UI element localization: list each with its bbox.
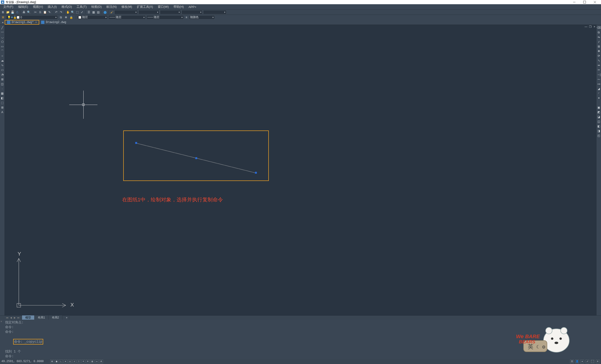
model-toggle[interactable]: ▭ bbox=[95, 360, 99, 363]
layout-tab-model[interactable]: 模型 bbox=[22, 315, 34, 320]
linetype-dropdown[interactable]: —— 随层 bbox=[108, 15, 146, 20]
erase-icon[interactable]: ⌫ bbox=[597, 26, 601, 30]
minimize-button[interactable] bbox=[569, 0, 579, 4]
match-icon[interactable]: ✎ bbox=[47, 10, 52, 14]
break-icon[interactable]: ⁓ bbox=[597, 78, 601, 81]
layout-last-icon[interactable]: ⏭ bbox=[17, 316, 20, 319]
layer-state-icon[interactable]: ⧉ bbox=[59, 15, 63, 20]
menu-dim[interactable]: 标注(N) bbox=[104, 4, 119, 10]
mdi-close-icon[interactable]: × bbox=[593, 25, 596, 28]
move-icon[interactable]: ✥ bbox=[597, 49, 601, 53]
close-button[interactable] bbox=[590, 0, 600, 4]
zoom-icon[interactable]: 🔍 bbox=[70, 10, 75, 14]
pan-icon[interactable]: ✋ bbox=[66, 10, 70, 14]
style3-dropdown[interactable] bbox=[160, 10, 181, 14]
copy-icon[interactable]: ⎘ bbox=[38, 10, 42, 14]
mdi-min-icon[interactable]: — bbox=[585, 25, 587, 28]
chamfer-icon[interactable]: ◢ bbox=[597, 87, 601, 91]
drawing-canvas[interactable]: — ❐ × 在图纸1中，绘制对象，选择并执行复制命令 X Y bbox=[5, 25, 596, 315]
layout-tab-1[interactable]: 布局1 bbox=[34, 315, 49, 320]
tab-prev-icon[interactable]: ◂ bbox=[0, 20, 5, 25]
menu-insert[interactable]: 插入(I) bbox=[45, 4, 59, 10]
brush-icon[interactable]: 🖌 bbox=[110, 10, 114, 14]
revcloud-icon[interactable]: ☁ bbox=[0, 59, 4, 62]
region-icon[interactable]: ⬚ bbox=[0, 101, 4, 105]
arc2-icon[interactable]: ⌒ bbox=[0, 49, 4, 53]
hatch-icon[interactable]: ▦ bbox=[0, 91, 4, 95]
scale-icon[interactable]: ⤡ bbox=[597, 59, 601, 62]
lineweight-dropdown[interactable]: —— 随层 bbox=[146, 15, 184, 20]
offset-icon[interactable]: ⫽ bbox=[597, 40, 601, 44]
save-icon[interactable]: 💾 bbox=[10, 10, 15, 14]
menu-help[interactable]: 帮助(H) bbox=[171, 4, 186, 10]
line-icon[interactable]: ╱ bbox=[0, 26, 4, 30]
join-icon[interactable]: ⊶ bbox=[597, 82, 601, 86]
calc-icon[interactable]: ⬤ bbox=[103, 10, 107, 14]
menu-view[interactable]: 视图(V) bbox=[30, 4, 45, 10]
extend-icon[interactable]: →| bbox=[597, 73, 601, 77]
layout-tab-add[interactable]: + bbox=[62, 316, 69, 320]
tab-close-icon[interactable]: × bbox=[35, 21, 37, 24]
extra4-icon[interactable]: ◫ bbox=[597, 120, 601, 123]
mirror-icon[interactable]: ⇋ bbox=[597, 35, 601, 39]
print-icon[interactable]: 🖶 bbox=[22, 10, 26, 14]
ellipse-icon[interactable]: ⬭ bbox=[0, 68, 4, 72]
extra3-icon[interactable]: ◪ bbox=[597, 115, 601, 119]
preview-icon[interactable]: 🔍 bbox=[27, 10, 31, 14]
arc-icon[interactable]: ◡ bbox=[0, 35, 4, 39]
style2-dropdown[interactable] bbox=[138, 10, 160, 14]
grip-start[interactable] bbox=[135, 142, 137, 144]
zoomext-icon[interactable]: ⤢ bbox=[80, 10, 84, 14]
extra7-icon[interactable]: ◰ bbox=[597, 134, 601, 138]
point-icon[interactable]: · bbox=[0, 87, 4, 91]
layer-dropdown[interactable]: 💡 ❄ 🔓 0 bbox=[6, 15, 58, 20]
gradient-icon[interactable]: ◧ bbox=[0, 96, 4, 100]
explode-icon[interactable]: ✶ bbox=[597, 96, 601, 100]
layer-lock-icon[interactable]: 🔒 bbox=[69, 15, 73, 20]
layout-first-icon[interactable]: ⏮ bbox=[6, 316, 9, 319]
grid-toggle[interactable]: ▦ bbox=[55, 360, 59, 363]
menu-edit[interactable]: 编辑(E) bbox=[16, 4, 30, 10]
status-person-icon[interactable]: 👤 bbox=[575, 360, 579, 363]
osnap-toggle[interactable]: ◻ bbox=[68, 360, 72, 363]
zoomwin-icon[interactable]: ⬚ bbox=[75, 10, 79, 14]
status-settings-icon[interactable]: ≡ bbox=[596, 360, 600, 363]
annoscale-toggle[interactable]: A bbox=[99, 360, 103, 363]
grip-mid[interactable] bbox=[195, 157, 197, 159]
menu-ext[interactable]: 扩展工具(X) bbox=[135, 4, 155, 10]
rectangle-icon[interactable]: ▭ bbox=[0, 45, 4, 48]
saveall-icon[interactable]: ⎙ bbox=[15, 10, 19, 14]
design-icon[interactable]: ▦ bbox=[91, 10, 96, 14]
polyline-icon[interactable]: 〰 bbox=[0, 30, 4, 34]
file-tab-2[interactable]: Drawing2.dwg bbox=[39, 20, 68, 25]
array-icon[interactable]: ⊞ bbox=[597, 45, 601, 48]
mdi-restore-icon[interactable]: ❐ bbox=[589, 25, 592, 28]
undo-icon[interactable]: ↶ bbox=[54, 10, 59, 14]
extra5-icon[interactable]: ◧ bbox=[597, 124, 601, 128]
dyn-toggle[interactable]: + bbox=[81, 360, 85, 363]
status-extra2[interactable]: ✶ bbox=[580, 360, 584, 363]
polygon-icon[interactable]: ⬠ bbox=[0, 40, 4, 44]
menu-format[interactable]: 格式(O) bbox=[59, 4, 74, 10]
block-icon[interactable]: ◫ bbox=[0, 82, 4, 86]
file-tab-active[interactable]: Drawing1.dwg* × bbox=[5, 20, 39, 25]
extra2-icon[interactable]: ◩ bbox=[597, 110, 601, 114]
ellipse-arc-icon[interactable]: ◔ bbox=[0, 73, 4, 77]
menu-window[interactable]: 窗口(W) bbox=[155, 4, 171, 10]
tool-palettes-icon[interactable]: ▤ bbox=[96, 10, 100, 14]
maximize-button[interactable] bbox=[579, 0, 590, 4]
style-dropdown[interactable] bbox=[114, 10, 138, 14]
status-fullscreen-icon[interactable]: ⛶ bbox=[591, 360, 594, 363]
status-extra3[interactable]: ⤢ bbox=[585, 360, 589, 363]
polar-toggle[interactable]: ✶ bbox=[64, 360, 67, 363]
menu-file[interactable]: 文件(F) bbox=[1, 4, 16, 10]
table-icon[interactable]: ⊞ bbox=[0, 106, 4, 109]
new-icon[interactable]: 🗎 bbox=[1, 10, 5, 14]
trim-icon[interactable]: ✂ bbox=[597, 68, 601, 72]
qp-toggle[interactable]: ▤ bbox=[90, 360, 94, 363]
fillet-icon[interactable]: ◜ bbox=[597, 91, 601, 95]
menu-modify[interactable]: 修改(M) bbox=[119, 4, 135, 10]
ortho-toggle[interactable]: ∟ bbox=[59, 360, 63, 363]
circle-icon[interactable]: ○ bbox=[0, 54, 4, 58]
menu-draw[interactable]: 绘图(D) bbox=[89, 4, 104, 10]
